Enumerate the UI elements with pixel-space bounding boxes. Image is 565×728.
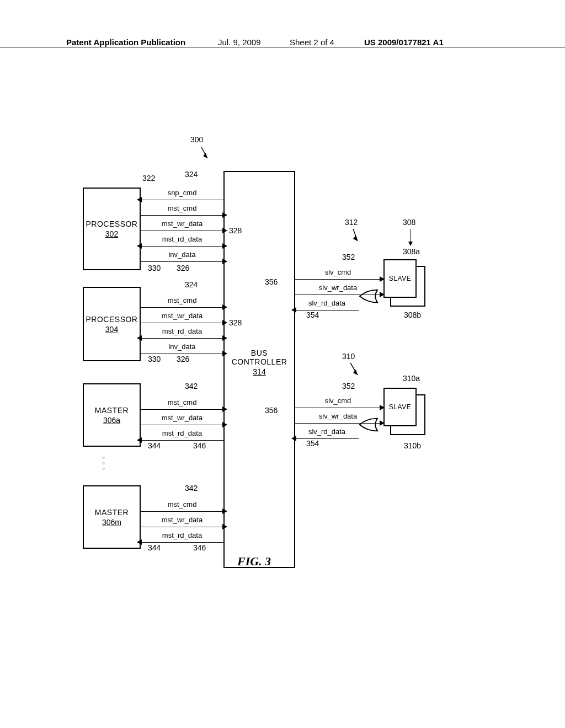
buscon-title-l2: CONTROLLER — [232, 357, 287, 366]
sig-slv-cmd-308: slv_cmd — [295, 266, 381, 280]
ref-352-1: 352 — [342, 253, 355, 261]
leader-308 — [411, 229, 411, 243]
sig-snp-cmd-302: snp_cmd — [141, 186, 223, 200]
sig-mst-wr-306a: mst_wr_data — [141, 411, 223, 425]
ref-310: 310 — [342, 352, 355, 361]
sig-inv-302: inv_data — [141, 248, 223, 262]
ref-308a: 308a — [403, 247, 420, 256]
ref-310a: 310a — [403, 374, 420, 383]
master-m-title: MASTER — [95, 508, 129, 517]
buscon-title-l1: BUS — [251, 349, 268, 357]
ref-352-2: 352 — [342, 382, 355, 390]
master-a-title: MASTER — [95, 406, 129, 415]
page: Patent Application Publication Jul. 9, 2… — [0, 0, 565, 728]
ref-324-1: 324 — [185, 170, 198, 179]
slave-310a-block: SLAVE — [383, 388, 417, 426]
or-gate-icon-308 — [358, 286, 379, 307]
ref-356-2: 356 — [265, 406, 278, 415]
ref-310b: 310b — [404, 441, 421, 450]
ref-312: 312 — [345, 218, 358, 227]
ref-326-1: 326 — [177, 264, 189, 272]
sig-slv-cmd-310: slv_cmd — [295, 394, 381, 408]
leader-308-arrow — [408, 242, 413, 246]
sig-inv-304: inv_data — [141, 340, 223, 354]
master-306a-block: MASTER 306a — [83, 383, 141, 447]
sig-mst-cmd-302: mst_cmd — [141, 202, 223, 216]
processor-302-block: PROCESSOR 302 — [83, 188, 141, 270]
slave-308a-block: SLAVE — [383, 259, 417, 298]
sig-mst-rd-302: mst_rd_data — [141, 233, 223, 247]
slave2-title: SLAVE — [389, 403, 411, 411]
proc2-title: PROCESSOR — [86, 315, 138, 324]
ref-354-2: 354 — [306, 439, 319, 448]
ref-326-2: 326 — [177, 355, 189, 363]
leader-312 — [348, 229, 359, 245]
sig-mst-cmd-304: mst_cmd — [141, 294, 223, 308]
proc2-ref: 304 — [105, 325, 118, 334]
sig-mst-wr-302: mst_wr_data — [141, 217, 223, 231]
header-pubno: US 2009/0177821 A1 — [364, 38, 444, 47]
sig-slv-rd-310: slv_rd_data — [295, 425, 359, 439]
ref-354-1: 354 — [306, 311, 319, 319]
leader-300 — [193, 146, 210, 163]
header-date: Jul. 9, 2009 — [218, 38, 261, 47]
sig-mst-rd-304: mst_rd_data — [141, 325, 223, 339]
sig-slv-rd-308: slv_rd_data — [295, 297, 359, 311]
ref-344-2: 344 — [148, 543, 161, 552]
or-gate-icon-310 — [358, 414, 379, 435]
master-306m-block: MASTER 306m — [83, 485, 141, 549]
ref-308: 308 — [403, 218, 415, 227]
slave1-title: SLAVE — [389, 275, 411, 282]
figure-caption: FIG. 3 — [237, 554, 271, 569]
page-header: Patent Application Publication Jul. 9, 2… — [0, 47, 565, 49]
header-left: Patent Application Publication — [66, 38, 185, 47]
ref-346-2: 346 — [193, 543, 206, 552]
master-a-ref: 306a — [103, 416, 120, 425]
ref-342-1: 342 — [185, 382, 198, 390]
proc1-title: PROCESSOR — [86, 220, 138, 228]
sig-mst-rd-306a: mst_rd_data — [141, 427, 223, 441]
svg-marker-1 — [203, 153, 207, 158]
processor-304-block: PROCESSOR 304 — [83, 287, 141, 361]
ref-300: 300 — [190, 135, 203, 144]
proc1-ref: 302 — [105, 229, 118, 238]
sig-mst-cmd-306a: mst_cmd — [141, 396, 223, 410]
ref-324-2: 324 — [185, 280, 198, 289]
ref-308b: 308b — [404, 311, 421, 319]
sig-mst-wr-304: mst_wr_data — [141, 309, 223, 323]
sig-mst-cmd-306m: mst_cmd — [141, 498, 223, 512]
master-m-ref: 306m — [102, 518, 121, 527]
sig-mst-wr-306m: mst_wr_data — [141, 513, 223, 527]
buscon-ref: 314 — [253, 367, 265, 376]
ref-342-2: 342 — [185, 484, 198, 493]
ref-328-1: 328 — [229, 226, 242, 235]
ref-356-1: 356 — [265, 277, 278, 286]
ref-328-2: 328 — [229, 318, 242, 327]
leader-310 — [348, 363, 359, 379]
ellipsis-icon: ○○○ — [102, 455, 105, 472]
ref-344-1: 344 — [148, 441, 161, 450]
header-sheet: Sheet 2 of 4 — [290, 38, 334, 47]
ref-322: 322 — [142, 174, 155, 183]
ref-330-1: 330 — [148, 264, 161, 272]
ref-330-2: 330 — [148, 355, 161, 363]
figure-3: 300 BUS CONTROLLER 314 PROCESSOR 302 snp… — [83, 143, 480, 574]
ref-346-1: 346 — [193, 441, 206, 450]
svg-marker-5 — [353, 370, 358, 375]
sig-mst-rd-306m: mst_rd_data — [141, 529, 223, 543]
